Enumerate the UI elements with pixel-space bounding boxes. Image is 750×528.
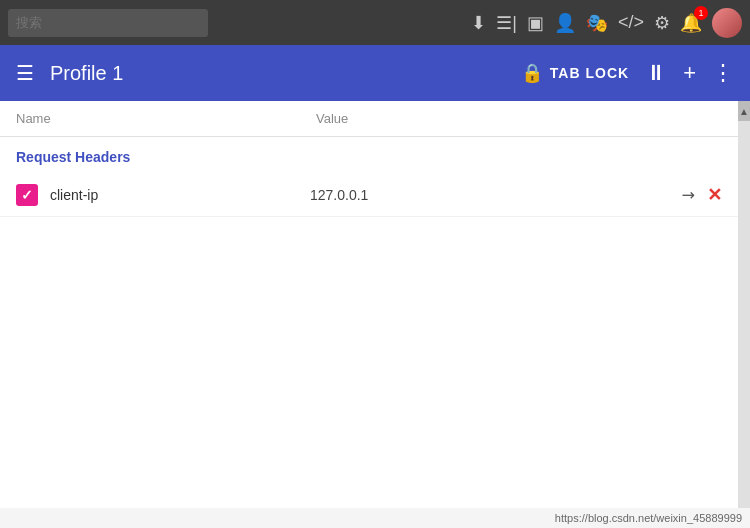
table-row: ✓ client-ip 127.0.0.1 ↗ ✕ [0,173,738,217]
browser-bar: ⬇ ☰| ▣ 👤 🎭 </> ⚙ 🔔 1 [0,0,750,45]
table-header: Name Value [0,101,738,137]
settings-icon[interactable]: ⚙ [654,12,670,34]
row-name-client-ip: client-ip [50,187,310,203]
main-content: Name Value Request Headers ✓ client-ip 1… [0,101,738,528]
col-value-header: Value [316,111,722,126]
row-checkbox[interactable]: ✓ [16,184,38,206]
scrollbar[interactable]: ▲ ▼ [738,101,750,528]
notification-count: 1 [694,6,708,20]
library-icon[interactable]: ☰| [496,12,517,34]
tab-lock-label: TAB LOCK [550,65,629,81]
header-actions: ⏸ + ⋮ [645,60,734,86]
hamburger-menu-icon[interactable]: ☰ [16,61,34,85]
app-header: ☰ Profile 1 🔒 TAB LOCK ⏸ + ⋮ [0,45,750,101]
code-icon[interactable]: </> [618,12,644,33]
section-request-headers: Request Headers [0,137,738,173]
content-wrapper: Name Value Request Headers ✓ client-ip 1… [0,101,750,528]
tab-lock-button[interactable]: 🔒 TAB LOCK [521,62,629,84]
download-icon[interactable]: ⬇ [471,12,486,34]
extension-icon[interactable]: 🎭 [586,12,608,34]
pause-button[interactable]: ⏸ [645,60,667,86]
reader-icon[interactable]: ▣ [527,12,544,34]
status-bar: https://blog.csdn.net/weixin_45889999 [0,508,750,528]
delete-icon[interactable]: ✕ [707,184,722,206]
lock-icon: 🔒 [521,62,544,84]
col-name-header: Name [16,111,316,126]
browser-search-input[interactable] [8,9,208,37]
app-title: Profile 1 [50,62,521,85]
user-avatar[interactable] [712,8,742,38]
scroll-up-button[interactable]: ▲ [738,101,750,121]
more-options-button[interactable]: ⋮ [712,60,734,86]
profile-icon[interactable]: 👤 [554,12,576,34]
add-button[interactable]: + [683,60,696,86]
row-actions: ↗ ✕ [682,184,722,206]
scroll-track [738,121,750,508]
notification-badge[interactable]: 🔔 1 [680,12,702,34]
status-url: https://blog.csdn.net/weixin_45889999 [555,512,742,524]
row-value-client-ip: 127.0.0.1 [310,187,682,203]
browser-toolbar-icons: ⬇ ☰| ▣ 👤 🎭 </> ⚙ 🔔 1 [471,8,742,38]
checkbox-cell[interactable]: ✓ [16,184,38,206]
